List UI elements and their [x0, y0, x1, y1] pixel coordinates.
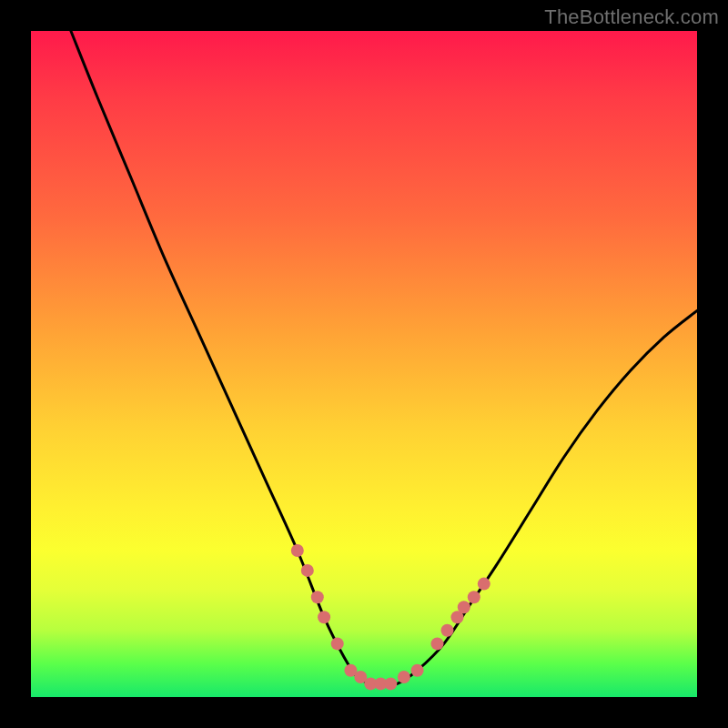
marker-dot — [431, 637, 444, 650]
curve-layer — [31, 31, 697, 697]
marker-dot — [384, 677, 397, 690]
curve-markers — [291, 544, 490, 690]
marker-dot — [398, 671, 410, 683]
marker-dot — [458, 601, 470, 613]
marker-dot — [301, 564, 314, 577]
marker-dot — [441, 624, 454, 637]
plot-area — [31, 31, 697, 697]
marker-dot — [331, 637, 344, 650]
bottleneck-curve — [71, 31, 697, 684]
marker-dot — [411, 664, 424, 677]
chart-frame: TheBottleneck.com — [0, 0, 728, 728]
watermark-text: TheBottleneck.com — [544, 5, 719, 29]
marker-dot — [468, 591, 480, 603]
marker-dot — [318, 611, 330, 623]
marker-dot — [311, 591, 324, 603]
marker-dot — [478, 578, 490, 591]
marker-dot — [291, 544, 304, 557]
